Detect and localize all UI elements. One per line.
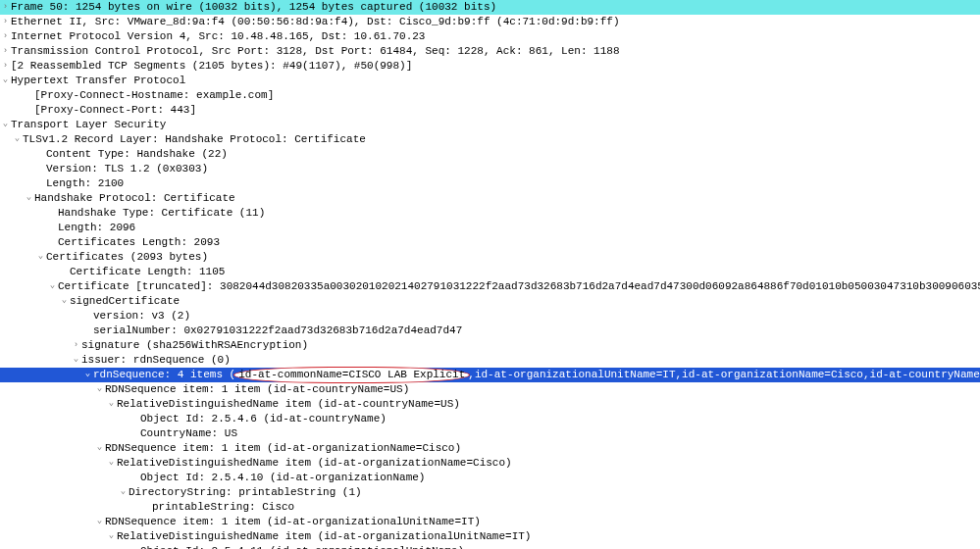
tree-row[interactable]: Certificates Length: 2093 <box>0 235 980 250</box>
tree-row[interactable]: Internet Protocol Version 4, Src: 10.48.… <box>0 29 980 44</box>
tree-row[interactable]: Length: 2100 <box>0 176 980 191</box>
tree-label: RelativeDistinguishedName item (id-at-or… <box>117 529 531 544</box>
expand-icon[interactable] <box>106 398 117 411</box>
tree-label: Object Id: 2.5.4.6 (id-at-countryName) <box>140 412 387 426</box>
tree-label: signature (sha256WithRSAEncryption) <box>81 338 308 353</box>
tree-row[interactable]: rdnSequence: 4 items (id-at-commonName=C… <box>0 368 980 382</box>
tree-row[interactable]: Object Id: 2.5.4.11 (id-at-organizationa… <box>0 544 980 549</box>
expand-icon[interactable] <box>0 75 11 87</box>
expand-icon[interactable] <box>35 251 46 264</box>
expand-icon[interactable] <box>82 369 93 381</box>
tree-label: printableString: Cisco <box>152 500 294 515</box>
tree-row[interactable]: Certificate [truncated]: 3082044d3082033… <box>0 279 980 294</box>
tree-label: Certificate Length: 1105 <box>70 265 225 279</box>
tree-row[interactable]: RDNSequence item: 1 item (id-at-countryN… <box>0 382 980 397</box>
collapse-icon[interactable] <box>71 339 81 352</box>
tree-row[interactable]: Transport Layer Security <box>0 118 980 132</box>
tree-label: version: v3 (2) <box>93 309 190 324</box>
expand-icon[interactable] <box>47 280 58 293</box>
tree-row[interactable]: RelativeDistinguishedName item (id-at-or… <box>0 529 980 544</box>
tree-label: Certificates Length: 2093 <box>58 235 220 250</box>
tree-label: Handshake Protocol: Certificate <box>34 191 235 206</box>
tree-row[interactable]: Object Id: 2.5.4.10 (id-at-organizationN… <box>0 471 980 485</box>
tree-row[interactable]: Hypertext Transfer Protocol <box>0 74 980 88</box>
tree-label: Transmission Control Protocol, Src Port:… <box>11 44 620 59</box>
tree-row[interactable]: version: v3 (2) <box>0 309 980 324</box>
tree-row[interactable]: [Proxy-Connect-Hostname: example.com] <box>0 88 980 103</box>
expand-icon[interactable] <box>59 295 70 308</box>
expand-icon[interactable] <box>94 442 105 455</box>
tree-label: RDNSequence item: 1 item (id-at-organiza… <box>105 441 461 456</box>
tree-label: Content Type: Handshake (22) <box>46 147 228 162</box>
tree-row[interactable]: Handshake Protocol: Certificate <box>0 191 980 206</box>
tree-label: Transport Layer Security <box>11 118 166 132</box>
collapse-icon[interactable] <box>0 1 11 14</box>
tree-label: rdnSequence: 4 items (id-at-commonName=C… <box>93 367 980 383</box>
annotation-circle: id-at-commonName=CISCO LAB Explicit <box>233 367 470 383</box>
tree-label: Length: 2100 <box>46 176 124 191</box>
tree-label: signedCertificate <box>70 294 180 309</box>
tree-label: RelativeDistinguishedName item (id-at-co… <box>117 397 460 412</box>
tree-row[interactable]: RelativeDistinguishedName item (id-at-co… <box>0 397 980 412</box>
expand-icon[interactable] <box>0 119 11 131</box>
tree-label: CountryName: US <box>140 426 237 441</box>
expand-icon[interactable] <box>94 516 105 528</box>
tree-row[interactable]: issuer: rdnSequence (0) <box>0 353 980 368</box>
tree-label: RelativeDistinguishedName item (id-at-or… <box>117 456 512 471</box>
tree-row[interactable]: Ethernet II, Src: VMware_8d:9a:f4 (00:50… <box>0 15 980 29</box>
tree-label: serialNumber: 0x02791031222f2aad73d32683… <box>93 324 462 338</box>
tree-label: [Proxy-Connect-Hostname: example.com] <box>34 88 274 103</box>
tree-row[interactable]: serialNumber: 0x02791031222f2aad73d32683… <box>0 324 980 338</box>
tree-row[interactable]: RelativeDistinguishedName item (id-at-or… <box>0 456 980 471</box>
tree-label: Hypertext Transfer Protocol <box>11 74 185 88</box>
tree-label: Certificates (2093 bytes) <box>46 250 208 265</box>
tree-label: RDNSequence item: 1 item (id-at-organiza… <box>105 515 481 529</box>
collapse-icon[interactable] <box>0 16 11 28</box>
tree-label: TLSv1.2 Record Layer: Handshake Protocol… <box>23 132 366 147</box>
expand-icon[interactable] <box>118 486 129 499</box>
expand-icon[interactable] <box>106 457 117 470</box>
tree-row[interactable]: signature (sha256WithRSAEncryption) <box>0 338 980 353</box>
tree-row[interactable]: Version: TLS 1.2 (0x0303) <box>0 162 980 176</box>
tree-row[interactable]: Certificate Length: 1105 <box>0 265 980 279</box>
tree-label: Length: 2096 <box>58 221 135 235</box>
collapse-icon[interactable] <box>0 45 11 58</box>
expand-icon[interactable] <box>12 133 23 146</box>
tree-label: Ethernet II, Src: VMware_8d:9a:f4 (00:50… <box>11 15 620 29</box>
tree-label: Handshake Type: Certificate (11) <box>58 206 265 221</box>
tree-row[interactable]: [2 Reassembled TCP Segments (2105 bytes)… <box>0 59 980 74</box>
tree-row[interactable]: CountryName: US <box>0 426 980 441</box>
tree-row[interactable]: RDNSequence item: 1 item (id-at-organiza… <box>0 441 980 456</box>
tree-label: [Proxy-Connect-Port: 443] <box>34 103 196 118</box>
tree-row[interactable]: printableString: Cisco <box>0 500 980 515</box>
tree-label: Internet Protocol Version 4, Src: 10.48.… <box>11 29 425 44</box>
collapse-icon[interactable] <box>0 60 11 73</box>
tree-label: DirectoryString: printableString (1) <box>129 485 362 500</box>
tree-row[interactable]: [Proxy-Connect-Port: 443] <box>0 103 980 118</box>
tree-row[interactable]: Content Type: Handshake (22) <box>0 147 980 162</box>
tree-label: Certificate [truncated]: 3082044d3082033… <box>58 279 980 294</box>
expand-icon[interactable] <box>71 354 81 367</box>
tree-label: RDNSequence item: 1 item (id-at-countryN… <box>105 382 409 397</box>
expand-icon[interactable] <box>24 192 34 205</box>
tree-row[interactable]: Length: 2096 <box>0 221 980 235</box>
tree-label: Version: TLS 1.2 (0x0303) <box>46 162 208 176</box>
packet-details-tree[interactable]: Frame 50: 1254 bytes on wire (10032 bits… <box>0 0 980 549</box>
tree-label: Object Id: 2.5.4.10 (id-at-organizationN… <box>140 471 425 485</box>
tree-row[interactable]: DirectoryString: printableString (1) <box>0 485 980 500</box>
tree-row[interactable]: signedCertificate <box>0 294 980 309</box>
collapse-icon[interactable] <box>0 30 11 43</box>
tree-row[interactable]: Handshake Type: Certificate (11) <box>0 206 980 221</box>
tree-label: [2 Reassembled TCP Segments (2105 bytes)… <box>11 59 412 74</box>
tree-row[interactable]: Frame 50: 1254 bytes on wire (10032 bits… <box>0 0 980 15</box>
expand-icon[interactable] <box>94 383 105 396</box>
tree-row[interactable]: TLSv1.2 Record Layer: Handshake Protocol… <box>0 132 980 147</box>
expand-icon[interactable] <box>106 530 117 543</box>
tree-label: Frame 50: 1254 bytes on wire (10032 bits… <box>11 0 496 15</box>
tree-row[interactable]: RDNSequence item: 1 item (id-at-organiza… <box>0 515 980 529</box>
tree-label: Object Id: 2.5.4.11 (id-at-organizationa… <box>140 544 464 549</box>
tree-row[interactable]: Object Id: 2.5.4.6 (id-at-countryName) <box>0 412 980 426</box>
tree-row[interactable]: Transmission Control Protocol, Src Port:… <box>0 44 980 59</box>
tree-row[interactable]: Certificates (2093 bytes) <box>0 250 980 265</box>
